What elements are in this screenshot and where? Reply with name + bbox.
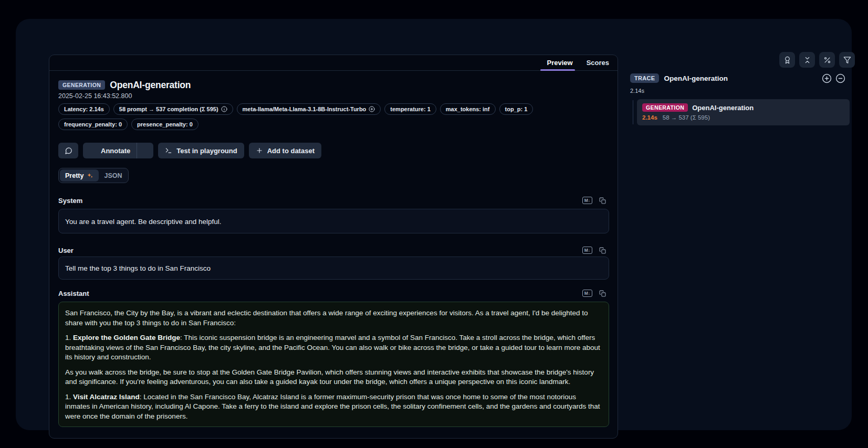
tab-preview[interactable]: Preview: [547, 55, 572, 71]
metadata-chips-row-2: frequency_penalty: 0 presence_penalty: 0: [58, 119, 609, 130]
generation-badge: GENERATION: [642, 103, 688, 112]
assistant-paragraph: As you walk across the bridge, be sure t…: [65, 368, 602, 387]
tree-node-header: GENERATION OpenAI-generation: [642, 103, 844, 112]
system-header-icons: M↓: [582, 197, 609, 204]
trace-badge: TRACE: [630, 73, 659, 83]
tree-node-metrics: 2.14s 58 → 537 (Σ 595): [642, 114, 844, 121]
add-to-dataset-label: Add to dataset: [267, 147, 315, 155]
info-icon: [221, 106, 227, 112]
assistant-text-run-bold: Explore the Golden Gate Bridge: [73, 334, 180, 342]
copy-icon[interactable]: [599, 247, 606, 254]
zoom-out-icon[interactable]: [835, 73, 845, 83]
chip-model[interactable]: meta-llama/Meta-Llama-3.1-8B-Instruct-Tu…: [237, 103, 381, 115]
assistant-text-run: 1.: [65, 393, 73, 401]
assistant-header-icons: M↓: [582, 290, 609, 297]
chip-token-usage-label: 58 prompt → 537 completion (Σ 595): [119, 106, 218, 112]
user-label: User: [58, 247, 74, 254]
award-icon: [783, 56, 791, 64]
chip-frequency-penalty: frequency_penalty: 0: [58, 119, 128, 130]
funnel-icon: [843, 56, 851, 64]
user-header-icons: M↓: [582, 247, 609, 254]
system-label: System: [58, 197, 82, 205]
trace-title: OpenAI-generation: [664, 74, 728, 82]
test-in-playground-button[interactable]: Test in playground: [158, 143, 244, 158]
title-row: GENERATION OpenAI-generation: [58, 79, 609, 91]
plus-circle-icon: [369, 106, 375, 112]
tree-zoom-controls: [822, 73, 845, 83]
metrics-percent-button[interactable]: [819, 52, 835, 68]
trace-root-row[interactable]: TRACE OpenAI-generation: [625, 72, 868, 84]
sparkles-icon: [87, 172, 93, 179]
copy-icon[interactable]: [599, 197, 606, 204]
copy-icon[interactable]: [599, 290, 606, 297]
system-message-text: You are a travel agent. Be descriptive a…: [65, 218, 221, 226]
chevron-down-icon: [142, 147, 149, 154]
plus-icon: [256, 147, 263, 154]
markdown-toggle-icon[interactable]: M↓: [582, 197, 592, 204]
assistant-paragraph: 1. Visit Alcatraz Island: Located in the…: [65, 392, 602, 422]
assistant-text-run: 1.: [65, 334, 73, 342]
trace-panel-toolbar: [625, 52, 868, 68]
assistant-paragraph: San Francisco, the City by the Bay, is a…: [65, 308, 602, 328]
percent-icon: [823, 56, 831, 64]
tree-node-generation[interactable]: GENERATION OpenAI-generation 2.14s 58 → …: [637, 99, 850, 125]
chip-presence-penalty: presence_penalty: 0: [131, 119, 198, 130]
preview-tabs: Preview Scores: [49, 55, 618, 71]
user-message-text: Tell me the top 3 things to do in San Fr…: [65, 264, 211, 272]
toggle-pretty-label: Pretty: [65, 172, 83, 179]
test-in-playground-label: Test in playground: [176, 147, 237, 155]
annotate-dropdown-button[interactable]: [137, 143, 153, 158]
page-title: OpenAI-generation: [110, 80, 191, 91]
filter-button[interactable]: [839, 52, 855, 68]
comment-icon: [65, 147, 72, 155]
view-mode-toggle: Pretty JSON: [58, 168, 129, 183]
user-message-header: User M↓: [58, 245, 609, 255]
annotate-split-button: Annotate: [83, 143, 153, 158]
add-to-dataset-button[interactable]: Add to dataset: [249, 143, 321, 158]
chip-max-tokens: max_tokens: inf: [440, 103, 496, 115]
chip-temperature: temperature: 1: [384, 103, 436, 115]
chip-top-p: top_p: 1: [499, 103, 534, 115]
edit-icon: [89, 147, 97, 154]
chip-token-usage[interactable]: 58 prompt → 537 completion (Σ 595): [113, 103, 233, 115]
collapse-all-button[interactable]: [799, 52, 815, 68]
markdown-toggle-icon[interactable]: M↓: [582, 290, 592, 297]
tree-node-title: OpenAI-generation: [692, 104, 754, 112]
assistant-message-header: Assistant M↓: [58, 288, 609, 298]
terminal-icon: [165, 147, 172, 154]
user-message-box: Tell me the top 3 things to do in San Fr…: [58, 257, 609, 280]
comment-button[interactable]: [58, 143, 78, 158]
observation-type-badge: GENERATION: [58, 80, 105, 90]
assistant-label: Assistant: [58, 290, 89, 297]
chip-latency: Latency: 2.14s: [58, 103, 110, 115]
trace-latency: 2.14s: [625, 88, 868, 94]
action-buttons-row: Annotate Test in playground: [58, 143, 609, 158]
tab-scores[interactable]: Scores: [587, 55, 609, 71]
markdown-toggle-icon[interactable]: M↓: [582, 247, 592, 254]
toggle-pretty[interactable]: Pretty: [60, 169, 99, 182]
node-token-usage: 58 → 537 (Σ 595): [663, 114, 710, 121]
app-window: Preview Scores GENERATION OpenAI-generat…: [16, 19, 852, 430]
observation-preview-card: Preview Scores GENERATION OpenAI-generat…: [49, 55, 618, 439]
toggle-json[interactable]: JSON: [99, 169, 127, 182]
system-message-header: System M↓: [58, 195, 609, 206]
timestamp: 2025-02-25 16:43:52.800: [58, 92, 609, 100]
scores-award-button[interactable]: [779, 52, 795, 68]
chip-model-label: meta-llama/Meta-Llama-3.1-8B-Instruct-Tu…: [243, 106, 367, 112]
annotate-button[interactable]: Annotate: [83, 143, 137, 158]
chevrons-down-up-icon: [803, 56, 811, 64]
system-message-box: You are a travel agent. Be descriptive a…: [58, 209, 609, 233]
assistant-text-run: : Located in the San Francisco Bay, Alca…: [65, 393, 600, 420]
metadata-chips-row-1: Latency: 2.14s 58 prompt → 537 completio…: [58, 103, 609, 115]
annotate-button-label: Annotate: [101, 147, 130, 155]
trace-tree-panel: TRACE OpenAI-generation 2.14s GENERATION…: [625, 52, 868, 125]
zoom-in-icon[interactable]: [822, 73, 832, 83]
tree-connector-line: [633, 100, 633, 124]
assistant-paragraph: 1. Explore the Golden Gate Bridge: This …: [65, 333, 602, 362]
trace-tree: GENERATION OpenAI-generation 2.14s 58 → …: [625, 99, 868, 125]
node-latency: 2.14s: [642, 114, 657, 121]
assistant-message-box: San Francisco, the City by the Bay, is a…: [58, 302, 609, 427]
observation-content: GENERATION OpenAI-generation 2025-02-25 …: [49, 79, 618, 427]
assistant-text-run-bold: Visit Alcatraz Island: [73, 393, 140, 401]
